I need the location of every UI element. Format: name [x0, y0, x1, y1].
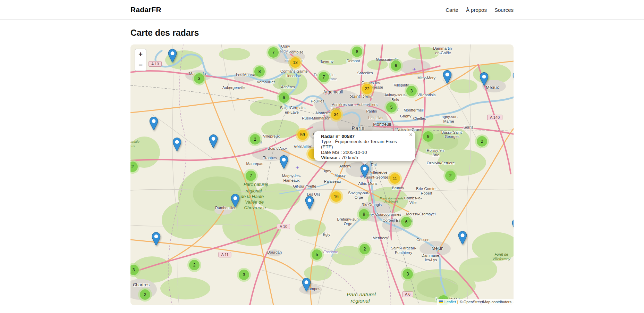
brand-logo[interactable]: RadarFR	[130, 6, 161, 14]
map-label: Ville	[409, 200, 417, 205]
radar-pin-marker[interactable]	[168, 49, 177, 63]
radar-pin-marker[interactable]	[480, 72, 489, 87]
marker-cluster[interactable]: 8	[253, 65, 266, 79]
map-label: Orge	[355, 195, 363, 199]
marker-cluster[interactable]: 2	[475, 134, 489, 148]
marker-cluster[interactable]: 6	[277, 91, 291, 105]
map-label: Palaiseau	[324, 179, 341, 183]
leaflet-map[interactable]: OsnyPontoiseCergyÉragny-sur-OiseTavernyD…	[130, 44, 514, 305]
map-label: Athis-Mons	[358, 181, 377, 186]
marker-cluster[interactable]: 3	[192, 72, 206, 85]
radar-pin-marker[interactable]	[361, 164, 369, 179]
nav-link[interactable]: Sources	[494, 7, 514, 13]
pin-icon	[361, 164, 369, 179]
cluster-count: 9	[427, 134, 430, 139]
map-label: Roissy-en-	[427, 148, 445, 153]
popup-speed-line: Vitesse : 70 km/h	[321, 155, 408, 160]
popup-date-line: Date MS : 2005-10-10	[321, 150, 408, 155]
pin-icon	[305, 196, 314, 210]
marker-cluster[interactable]: 6	[399, 215, 413, 229]
marker-cluster[interactable]: 9	[421, 130, 435, 143]
map-label: Mitry-Mory	[417, 76, 435, 80]
zoom-out-button[interactable]: −	[135, 60, 146, 71]
marker-cluster[interactable]: 11	[388, 172, 402, 186]
map-label: Chevreuse	[244, 205, 266, 210]
map-label: Bois-d'Arcy	[268, 146, 287, 150]
marker-cluster[interactable]: 13	[288, 56, 302, 69]
map-label: Gagny	[400, 114, 411, 118]
radar-pin-marker[interactable]	[152, 232, 161, 246]
map-label: Saint-Georges	[366, 175, 390, 179]
marker-cluster[interactable]: 5	[310, 248, 324, 262]
radar-pin-marker[interactable]	[458, 231, 467, 245]
map-label: Combs-la-	[404, 196, 422, 200]
marker-cluster[interactable]: 3	[405, 84, 418, 98]
marker-cluster[interactable]: 2	[138, 288, 152, 302]
map-label: Dourdan	[267, 250, 282, 254]
cluster-count: 8	[259, 69, 261, 74]
marker-cluster[interactable]: 7	[266, 46, 280, 59]
marker-cluster[interactable]: 2	[248, 132, 262, 146]
map-label: Brunoy	[392, 186, 404, 190]
radar-pin-marker[interactable]	[231, 194, 240, 208]
airport-icon: ✈	[296, 165, 299, 170]
road-shield-badge: A 13	[149, 61, 162, 67]
radar-pin-marker[interactable]	[209, 134, 218, 149]
radar-pin-marker[interactable]	[443, 70, 452, 84]
cluster-count: 16	[334, 194, 338, 199]
popup-close-icon[interactable]: ×	[409, 132, 413, 138]
nav-link[interactable]: À propos	[466, 7, 487, 13]
cluster-count: 11	[393, 176, 397, 181]
map-label: Maurepas	[246, 162, 263, 166]
marker-cluster[interactable]: 59	[296, 128, 310, 142]
cluster-count: 7	[250, 173, 252, 178]
leaflet-link[interactable]: Leaflet	[444, 300, 456, 304]
map-label: Honorine	[286, 74, 301, 78]
map-label: Brétigny-sur-	[337, 217, 359, 221]
radar-pin-marker[interactable]	[512, 219, 514, 233]
marker-cluster[interactable]: 22	[360, 82, 374, 96]
radar-pin-marker[interactable]	[150, 117, 158, 131]
road-shield-badge: A 11	[218, 252, 231, 257]
marker-cluster[interactable]: 2	[187, 258, 201, 272]
cluster-count: 6	[283, 95, 285, 100]
map-label: Nanterre	[316, 111, 331, 115]
nav-link[interactable]: Carte	[446, 7, 458, 13]
map-label: Serris	[464, 125, 474, 129]
map-label: de la Haute	[241, 194, 264, 199]
pin-icon	[443, 70, 452, 84]
marker-cluster[interactable]: 7	[244, 169, 258, 183]
map-label: Ozoir-la-Ferrière	[427, 161, 455, 165]
marker-cluster[interactable]: 2	[443, 169, 457, 183]
marker-cluster[interactable]: 16	[329, 190, 343, 204]
popup-title: Radar n° 00587	[321, 134, 408, 139]
radar-pin-marker[interactable]	[513, 71, 514, 85]
osm-attribution-link[interactable]: © OpenStreetMap contributors	[460, 300, 511, 304]
marker-cluster[interactable]: 6	[389, 59, 403, 73]
zoom-control: + −	[135, 49, 146, 71]
marker-cluster[interactable]: 3	[401, 267, 415, 281]
marker-cluster[interactable]: 7	[317, 70, 331, 84]
map-label: Paris	[351, 125, 364, 131]
map-label: Robert	[421, 191, 432, 195]
radar-pin-marker[interactable]	[305, 196, 314, 210]
marker-cluster[interactable]: 2	[358, 242, 372, 256]
marker-cluster[interactable]: 8	[350, 45, 364, 59]
marker-cluster[interactable]: 3	[237, 268, 251, 282]
map-label: Essonne	[323, 250, 338, 254]
radar-pin-marker[interactable]	[173, 138, 181, 152]
radar-pin-marker[interactable]	[280, 155, 288, 170]
map-label: Pontoise	[289, 50, 304, 54]
cluster-count: 6	[395, 63, 397, 68]
map-label: Antony	[339, 164, 351, 168]
map-label: Massy	[334, 173, 346, 178]
marker-cluster[interactable]: 34	[329, 108, 343, 122]
map-label: Asnières-sur-	[332, 102, 354, 107]
zoom-in-button[interactable]: +	[135, 49, 146, 60]
marker-cluster[interactable]: 9	[357, 207, 371, 221]
marker-cluster[interactable]: 5	[384, 100, 398, 114]
cluster-count: 2	[193, 263, 196, 267]
map-label: Roi	[371, 163, 377, 167]
radar-pin-marker[interactable]	[302, 278, 311, 292]
pin-icon	[512, 219, 514, 233]
